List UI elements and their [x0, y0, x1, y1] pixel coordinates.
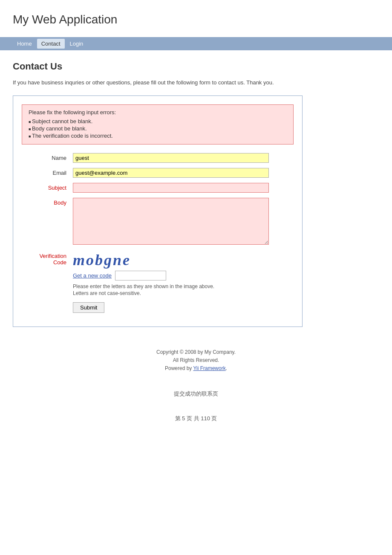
email-input-wrapper [73, 168, 294, 178]
error-item: The verification code is incorrect. [29, 133, 287, 139]
email-row: Email [22, 168, 294, 178]
verification-label: Verification Code [22, 251, 73, 266]
nav-contact[interactable]: Contact [37, 39, 65, 49]
page-title: Contact Us [13, 61, 379, 72]
error-item: Subject cannot be blank. [29, 118, 287, 124]
page-number: 第 5 页 共 110 页 [13, 415, 379, 422]
nav-login[interactable]: Login [66, 39, 88, 49]
captcha-row: Get a new code [73, 271, 294, 280]
footer: Copyright © 2008 by My Company. All Righ… [13, 340, 379, 382]
subject-input-wrapper [73, 183, 294, 193]
chinese-note: 提交成功的联系页 [13, 390, 379, 398]
verification-row: Verification Code mobgne Get a new code … [22, 251, 294, 313]
error-box: Please fix the following input errors: S… [22, 104, 294, 145]
error-title: Please fix the following input errors: [29, 109, 287, 116]
name-label: Name [22, 153, 73, 161]
nav-home[interactable]: Home [13, 39, 36, 49]
verification-input-wrapper: mobgne Get a new code Please enter the l… [73, 251, 294, 313]
name-row: Name [22, 153, 294, 163]
email-input[interactable] [73, 168, 269, 178]
body-row: Body [22, 198, 294, 246]
footer-line2: All Rights Reserved. [21, 356, 371, 364]
error-list: Subject cannot be blank. Body cannot be … [29, 118, 287, 139]
nav-bar: Home Contact Login [0, 37, 392, 50]
footer-line3: Powered by Yii Framework. [21, 364, 371, 373]
subject-input[interactable] [73, 183, 269, 193]
intro-text: If you have business inquries or other q… [13, 78, 379, 87]
captcha-input[interactable] [115, 271, 166, 280]
yii-framework-link[interactable]: Yii Framework [193, 365, 225, 371]
form-container: Please fix the following input errors: S… [13, 95, 303, 327]
captcha-hint: Please enter the letters as they are sho… [73, 283, 294, 298]
main-content: Contact Us If you have business inquries… [0, 50, 392, 433]
get-new-code-link[interactable]: Get a new code [73, 272, 112, 279]
error-item: Body cannot be blank. [29, 125, 287, 132]
subject-row: Subject [22, 183, 294, 193]
app-header: My Web Application [0, 0, 392, 37]
subject-label: Subject [22, 183, 73, 191]
name-input[interactable] [73, 153, 269, 163]
footer-line1: Copyright © 2008 by My Company. [21, 348, 371, 356]
app-title: My Web Application [13, 13, 379, 26]
submit-button[interactable]: Submit [73, 302, 104, 313]
body-input-wrapper [73, 198, 294, 246]
captcha-image: mobgne [73, 251, 294, 269]
name-input-wrapper [73, 153, 294, 163]
body-input[interactable] [73, 198, 269, 245]
body-label: Body [22, 198, 73, 206]
email-label: Email [22, 168, 73, 176]
